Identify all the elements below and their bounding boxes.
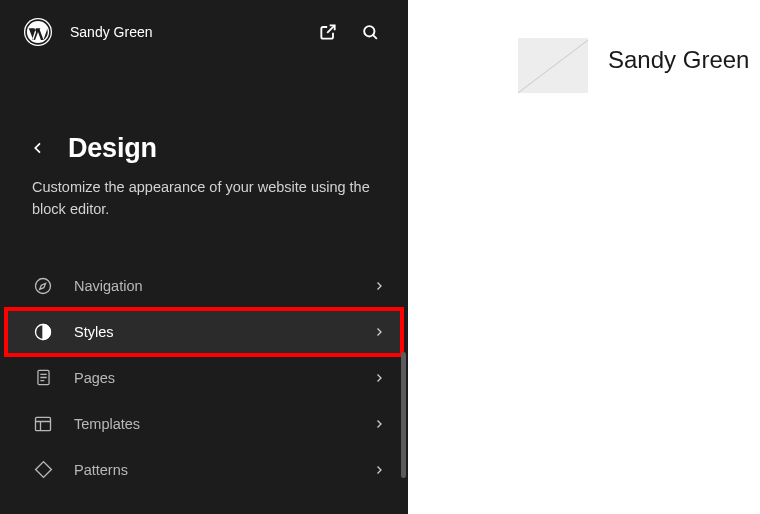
nav-item-label: Templates: [74, 416, 370, 432]
preview-site-title: Sandy Green: [608, 46, 749, 514]
external-link-icon: [318, 22, 338, 42]
page-description: Customize the appearance of your website…: [0, 164, 408, 221]
nav-item-navigation[interactable]: Navigation: [6, 263, 402, 309]
nav-item-label: Pages: [74, 370, 370, 386]
contrast-icon: [32, 321, 54, 343]
page-icon: [32, 367, 54, 389]
svg-rect-5: [36, 417, 51, 430]
sidebar-header: Sandy Green: [0, 0, 408, 64]
wordpress-icon: [25, 19, 51, 45]
chevron-right-icon: [370, 415, 388, 433]
page-title-row: Design: [0, 110, 408, 164]
page-title: Design: [68, 133, 157, 164]
search-icon: [361, 23, 380, 42]
site-logo-placeholder: [518, 38, 588, 93]
chevron-right-icon: [370, 277, 388, 295]
chevron-right-icon: [370, 461, 388, 479]
patterns-icon: [32, 459, 54, 481]
nav-item-label: Navigation: [74, 278, 370, 294]
nav-item-label: Styles: [74, 324, 370, 340]
open-site-button[interactable]: [310, 14, 346, 50]
site-preview: Sandy Green: [408, 0, 760, 514]
nav-item-templates[interactable]: Templates: [6, 401, 402, 447]
layout-icon: [32, 413, 54, 435]
back-button[interactable]: [22, 132, 54, 164]
svg-point-2: [36, 278, 51, 293]
wordpress-logo[interactable]: [24, 18, 52, 46]
design-nav: Navigation Styles Pages: [0, 263, 408, 493]
scrollbar-thumb[interactable]: [401, 352, 406, 478]
chevron-right-icon: [370, 369, 388, 387]
chevron-right-icon: [370, 323, 388, 341]
sidebar: Sandy Green Design Customize the appeara…: [0, 0, 408, 514]
nav-item-patterns[interactable]: Patterns: [6, 447, 402, 493]
svg-point-1: [364, 26, 374, 36]
site-name: Sandy Green: [70, 24, 153, 40]
nav-item-styles[interactable]: Styles: [6, 309, 402, 355]
nav-item-pages[interactable]: Pages: [6, 355, 402, 401]
nav-item-label: Patterns: [74, 462, 370, 478]
compass-icon: [32, 275, 54, 297]
chevron-left-icon: [30, 140, 46, 156]
search-button[interactable]: [352, 14, 388, 50]
